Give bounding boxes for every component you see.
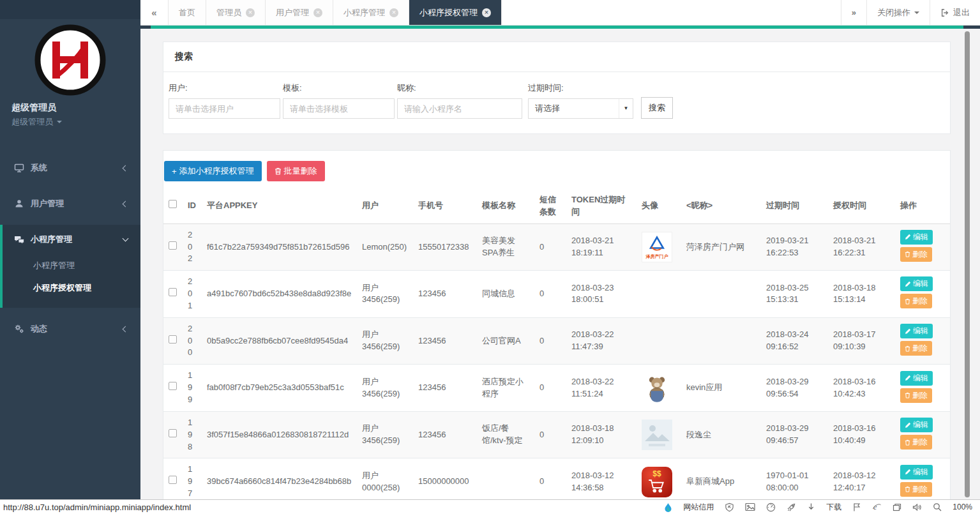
search-field-nickname: 昵称: <box>397 82 522 119</box>
avatar-teddy-bear-photo <box>642 373 672 404</box>
template-input[interactable] <box>283 98 395 119</box>
select-caret-icon: ▼ <box>619 99 633 118</box>
table-row: 199 fab0f08f7cb79eb25c3a3d0553baf51c 用户3… <box>163 365 950 412</box>
avatar-heze-portal-logo: 泽房产门户 <box>642 232 672 262</box>
logout-button[interactable]: 退出 <box>930 0 980 25</box>
sidebar-item-miniapp-management[interactable]: 小程序管理 <box>3 225 140 254</box>
caret-down-icon <box>57 121 62 123</box>
row-checkbox[interactable] <box>169 429 177 437</box>
delete-button[interactable]: 删除 <box>900 341 932 356</box>
close-icon[interactable]: × <box>389 8 398 17</box>
rocket-icon[interactable] <box>787 503 796 512</box>
table-panel: + 添加小程序授权管理 批量删除 ID 平台APPKEY <box>163 150 951 499</box>
sidebar-item-user-management[interactable]: 用户管理 <box>0 189 140 218</box>
pencil-icon <box>905 328 911 335</box>
col-sms: 短信条数 <box>534 189 566 223</box>
miniapp-auth-table: ID 平台APPKEY 用户 手机号 模板名称 短信条数 TOKEN过期时间 头… <box>163 189 950 499</box>
col-phone: 手机号 <box>413 189 477 223</box>
batch-delete-button[interactable]: 批量删除 <box>267 161 325 181</box>
tab-miniapp-management[interactable]: 小程序管理 × <box>333 0 409 25</box>
sidebar-item-system[interactable]: 系统 <box>0 153 140 183</box>
row-checkbox[interactable] <box>169 335 177 344</box>
edit-button[interactable]: 编辑 <box>900 230 933 245</box>
table-header-row: ID 平台APPKEY 用户 手机号 模板名称 短信条数 TOKEN过期时间 头… <box>163 189 950 223</box>
add-miniapp-auth-button[interactable]: + 添加小程序授权管理 <box>164 161 262 181</box>
search-field-user: 用户: <box>169 82 280 119</box>
chevron-left-icon <box>123 326 129 332</box>
tab-scroll-left-button[interactable]: « <box>140 0 169 25</box>
col-auth-time: 授权时间 <box>828 189 895 223</box>
user-input[interactable] <box>169 98 280 119</box>
user-name: 超级管理员 <box>11 102 140 114</box>
search-panel: 搜索 用户: 模板: 昵称: 过期时间: 请选择 ▼ 搜索 <box>163 42 951 134</box>
window-restore-icon[interactable] <box>893 503 901 511</box>
delete-button[interactable]: 删除 <box>900 294 932 308</box>
delete-button[interactable]: 删除 <box>900 388 932 403</box>
comments-icon <box>14 234 24 245</box>
col-expire: 过期时间 <box>761 189 828 223</box>
search-panel-title: 搜索 <box>163 42 950 72</box>
search-button[interactable]: 搜索 <box>641 97 673 119</box>
tab-scroll-right-button[interactable]: » <box>841 0 866 25</box>
search-field-expire: 过期时间: 请选择 ▼ <box>528 82 633 119</box>
tab-miniapp-auth-management[interactable]: 小程序授权管理 × <box>409 0 502 25</box>
select-all-checkbox[interactable] <box>169 200 177 208</box>
sidebar-item-dynamic[interactable]: 动态 <box>0 314 140 344</box>
nickname-input[interactable] <box>397 98 522 119</box>
user-icon <box>14 199 24 209</box>
edit-button[interactable]: 编辑 <box>900 324 933 338</box>
close-operations-dropdown[interactable]: 关闭操作 <box>866 0 930 25</box>
site-credit-label[interactable]: 网站信用 <box>683 502 714 513</box>
close-icon[interactable]: × <box>482 8 491 17</box>
avatar-landscape-placeholder <box>642 420 672 450</box>
image-blocker-icon[interactable] <box>745 503 755 511</box>
close-icon[interactable]: × <box>246 8 255 17</box>
close-icon[interactable]: × <box>313 8 322 17</box>
chevron-left-icon <box>123 200 129 207</box>
pencil-icon <box>905 469 911 475</box>
row-checkbox[interactable] <box>169 382 177 390</box>
brand-logo <box>34 24 106 96</box>
download-arrow-icon[interactable] <box>807 503 815 511</box>
user-role-dropdown[interactable]: 超级管理员 <box>11 116 140 128</box>
delete-button[interactable]: 删除 <box>900 247 932 262</box>
speaker-icon[interactable] <box>912 503 922 511</box>
sidebar-item-miniapp-auth[interactable]: 小程序授权管理 <box>3 276 140 299</box>
pencil-icon <box>905 375 911 381</box>
chevron-left-icon <box>123 165 129 171</box>
edit-button[interactable]: 编辑 <box>900 276 933 291</box>
col-nickname: <昵称> <box>681 189 761 223</box>
ie-browser-icon[interactable]: e <box>872 503 882 511</box>
pencil-icon <box>905 234 911 240</box>
shield-icon[interactable] <box>725 503 734 512</box>
trash-icon <box>905 486 910 492</box>
logout-icon <box>940 8 949 17</box>
tab-admin[interactable]: 管理员 × <box>206 0 266 25</box>
row-checkbox[interactable] <box>169 241 177 250</box>
tab-home[interactable]: 首页 <box>169 0 206 25</box>
delete-button[interactable]: 删除 <box>900 435 932 450</box>
expire-time-select[interactable]: 请选择 ▼ <box>528 98 633 119</box>
sidebar-item-miniapp-sub[interactable]: 小程序管理 <box>3 254 140 276</box>
flag-icon[interactable] <box>852 503 861 511</box>
sidebar-top-band <box>0 0 140 19</box>
tab-bar: « 首页 管理员 × 用户管理 × 小程序管理 × 小程序授权管理 × » 关闭… <box>140 0 980 26</box>
gears-icon <box>14 324 24 334</box>
edit-button[interactable]: 编辑 <box>900 418 933 432</box>
speed-gauge-icon[interactable] <box>766 503 776 512</box>
zoom-search-icon[interactable] <box>933 503 942 511</box>
edit-button[interactable]: 编辑 <box>900 371 933 386</box>
zoom-level[interactable]: 100% <box>953 503 972 511</box>
table-row: 197 39bc674a6660c814f47b23e4284bb68b 用户0… <box>163 458 950 499</box>
row-checkbox[interactable] <box>169 476 177 484</box>
delete-button[interactable]: 删除 <box>900 482 932 497</box>
caret-down-icon <box>914 11 919 14</box>
tab-user-management[interactable]: 用户管理 × <box>266 0 333 25</box>
download-label[interactable]: 下载 <box>826 502 841 513</box>
edit-button[interactable]: 编辑 <box>900 465 933 480</box>
main-content: 搜索 用户: 模板: 昵称: 过期时间: 请选择 ▼ 搜索 <box>140 29 980 499</box>
row-checkbox[interactable] <box>169 288 177 296</box>
water-drop-icon[interactable] <box>664 503 672 512</box>
browser-status-bar: http://88.u7u.top/admin/miniapp.miniapp/… <box>0 499 980 514</box>
vertical-scrollbar[interactable] <box>965 31 970 497</box>
